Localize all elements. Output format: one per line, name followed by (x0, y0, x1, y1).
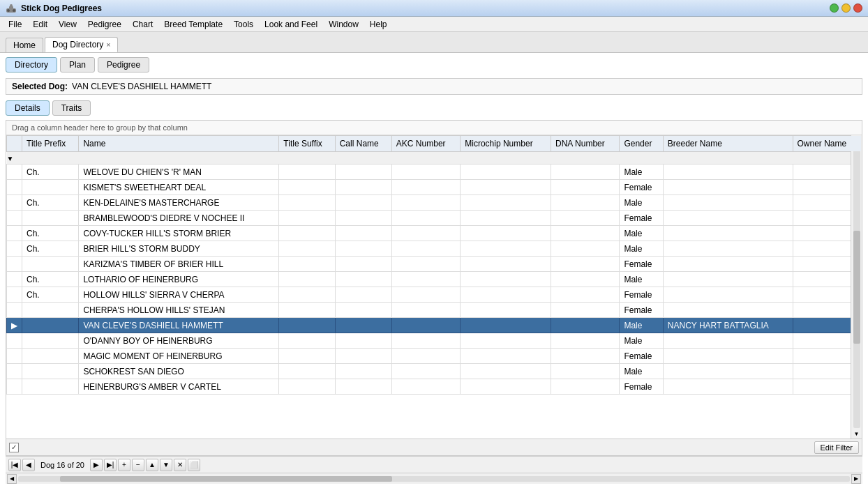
table-row[interactable]: KISMET'S SWEETHEART DEALFemale (7, 180, 862, 195)
row-breeder (663, 379, 793, 395)
row-name: HEINERBURG'S AMBER V CARTEL (79, 379, 279, 395)
row-akc (391, 211, 460, 226)
row-dna (551, 349, 620, 364)
nav-add-button[interactable]: + (118, 459, 130, 471)
edit-filter-button[interactable]: Edit Filter (814, 441, 859, 454)
col-microchip[interactable]: Microchip Number (461, 136, 551, 152)
row-expand-cell (7, 211, 22, 226)
row-breeder (663, 303, 793, 318)
plan-subtab[interactable]: Plan (60, 57, 95, 73)
table-row[interactable]: HEINERBURG'S AMBER V CARTELFemale (7, 379, 862, 395)
details-tab[interactable]: Details (6, 100, 50, 116)
h-scroll-track[interactable] (18, 476, 850, 482)
table-row[interactable]: MAGIC MOMENT OF HEINERBURGFemale (7, 349, 862, 364)
detail-tabs: Details Traits (6, 100, 862, 116)
menu-item-view[interactable]: View (53, 18, 82, 31)
nav-cancel-button[interactable]: ✕ (174, 459, 186, 471)
row-title-prefix (22, 211, 79, 226)
nav-next-button[interactable]: ▶ (90, 459, 103, 471)
scroll-down-button[interactable]: ▼ (853, 429, 861, 439)
nav-up-button[interactable]: ▲ (146, 459, 158, 471)
close-button[interactable] (853, 3, 862, 13)
dog-directory-tab-close[interactable]: × (106, 41, 110, 49)
row-call-name (335, 211, 391, 226)
app-icon (6, 3, 17, 14)
menu-item-tools[interactable]: Tools (228, 18, 259, 31)
maximize-button[interactable] (830, 3, 839, 13)
app-title: Stick Dog Pedigrees (21, 3, 830, 13)
col-title-suffix[interactable]: Title Suffix (279, 136, 335, 152)
pedigree-subtab[interactable]: Pedigree (98, 57, 149, 73)
col-owner[interactable]: Owner Name (793, 136, 861, 152)
nav-copy-button[interactable]: ⬜ (188, 459, 200, 471)
row-title-prefix (22, 364, 79, 379)
row-breeder (663, 180, 793, 195)
row-call-name (335, 195, 391, 211)
table-scroll[interactable]: Title Prefix Name Title Suffix Call Name… (6, 135, 862, 439)
menu-item-edit[interactable]: Edit (27, 18, 53, 31)
table-row[interactable]: CHERPA'S HOLLOW HILLS' STEJANFemale (7, 303, 862, 318)
minimize-button[interactable] (841, 3, 851, 13)
h-scroll-thumb[interactable] (60, 476, 393, 482)
table-row[interactable]: Ch.BRIER HILL'S STORM BUDDYMale (7, 241, 862, 257)
h-scroll-right[interactable]: ▶ (851, 474, 861, 484)
menu-item-breed-template[interactable]: Breed Template (158, 18, 228, 31)
table-row[interactable]: ▶VAN CLEVE'S DASHIELL HAMMETTMaleNANCY H… (7, 318, 862, 333)
col-name[interactable]: Name (79, 136, 279, 152)
nav-first-button[interactable]: |◀ (8, 459, 21, 471)
menu-item-pedigree[interactable]: Pedigree (82, 18, 127, 31)
row-dna (551, 226, 620, 241)
row-gender: Female (620, 180, 663, 195)
vertical-scrollbar[interactable]: ▲ ▼ (851, 135, 862, 439)
filter-checkbox[interactable] (9, 443, 19, 452)
scroll-thumb[interactable] (853, 231, 860, 344)
table-row[interactable]: SCHOKREST SAN DIEGOMale (7, 364, 862, 379)
dog-directory-tab[interactable]: Dog Directory × (45, 37, 118, 52)
directory-subtab[interactable]: Directory (6, 57, 57, 73)
table-row[interactable]: Ch.HOLLOW HILLS' SIERRA V CHERPAFemale (7, 287, 862, 303)
menu-item-file[interactable]: File (3, 18, 27, 31)
home-tab[interactable]: Home (6, 38, 43, 52)
table-row[interactable]: KARIZMA'S TIMBER OF BRIER HILLFemale (7, 257, 862, 272)
menu-item-look-and-feel[interactable]: Look and Feel (259, 18, 323, 31)
row-akc (391, 272, 460, 287)
nav-last-button[interactable]: ▶| (104, 459, 117, 471)
row-gender: Male (620, 226, 663, 241)
scroll-track[interactable] (853, 146, 860, 428)
menu-item-window[interactable]: Window (323, 18, 364, 31)
row-breeder (663, 257, 793, 272)
col-title-prefix[interactable]: Title Prefix (22, 136, 79, 152)
row-dna (551, 379, 620, 395)
horizontal-scrollbar[interactable]: ◀ ▶ (6, 473, 862, 484)
row-call-name (335, 364, 391, 379)
col-dna[interactable]: DNA Number (551, 136, 620, 152)
row-microchip (461, 180, 551, 195)
table-container: Drag a column header here to group by th… (6, 120, 862, 456)
row-akc (391, 287, 460, 303)
row-breeder (663, 272, 793, 287)
menu-item-help[interactable]: Help (364, 18, 393, 31)
table-row[interactable]: Ch.LOTHARIO OF HEINERBURGMale (7, 272, 862, 287)
window-controls (830, 3, 862, 13)
table-row[interactable]: Ch.WELOVE DU CHIEN'S 'R' MANMale (7, 165, 862, 180)
table-row[interactable]: Ch.COVY-TUCKER HILL'S STORM BRIERMale (7, 226, 862, 241)
nav-prev-button[interactable]: ◀ (22, 459, 35, 471)
h-scroll-left[interactable]: ◀ (7, 474, 17, 484)
row-expand-cell (7, 333, 22, 349)
nav-down-button[interactable]: ▼ (160, 459, 172, 471)
row-name: COVY-TUCKER HILL'S STORM BRIER (79, 226, 279, 241)
col-akc[interactable]: AKC Number (391, 136, 460, 152)
row-name: SCHOKREST SAN DIEGO (79, 364, 279, 379)
menu-item-chart[interactable]: Chart (127, 18, 158, 31)
table-row[interactable]: O'DANNY BOY OF HEINERBURGMale (7, 333, 862, 349)
row-expand-cell (7, 195, 22, 211)
col-gender[interactable]: Gender (620, 136, 663, 152)
row-gender: Male (620, 195, 663, 211)
col-call-name[interactable]: Call Name (335, 136, 391, 152)
col-breeder[interactable]: Breeder Name (663, 136, 793, 152)
table-row[interactable]: Ch.KEN-DELAINE'S MASTERCHARGEMale (7, 195, 862, 211)
nav-delete-button[interactable]: − (132, 459, 144, 471)
row-breeder (663, 241, 793, 257)
traits-tab[interactable]: Traits (52, 100, 91, 116)
table-row[interactable]: BRAMBLEWOOD'S DIEDRE V NOCHEE IIFemale (7, 211, 862, 226)
